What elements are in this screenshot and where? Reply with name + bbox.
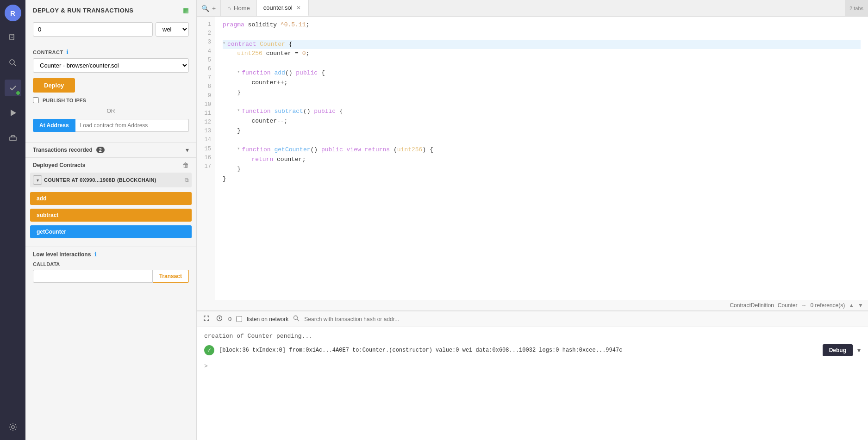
grid-icon: ▦ [183, 6, 189, 14]
plugin-icon[interactable] [5, 130, 21, 146]
contract-select[interactable]: Counter - browser/counter.sol [33, 58, 189, 73]
main-content: 🔍 + ⌂ Home counter.sol ✕ 2 tabs 1 2 3 4 … [197, 0, 868, 440]
left-panel: DEPLOY & RUN TRANSACTIONS ▦ wei gwei eth… [25, 0, 197, 440]
get-counter-function-button[interactable]: getCounter [30, 225, 192, 238]
value-input[interactable] [33, 22, 153, 37]
clock-icon-button[interactable] [215, 314, 224, 324]
code-area[interactable]: pragma solidity ^0.5.11; ▾contract Count… [215, 17, 868, 300]
at-address-button[interactable]: At Address [33, 119, 75, 132]
counter-name-label: Counter [778, 302, 798, 309]
bottom-panel: 0 listen on network creation of Counter … [197, 310, 868, 440]
publish-ipfs-checkbox[interactable] [33, 97, 39, 103]
svg-line-4 [14, 64, 16, 66]
arrow-right-icon: → [801, 302, 807, 309]
low-level-section: Low level interactions ℹ CALLDATA Transa… [25, 247, 196, 285]
svg-point-7 [12, 426, 14, 428]
low-level-title: Low level interactions [33, 251, 91, 258]
code-line-11: counter--; [223, 117, 861, 126]
tab-search: 🔍 + [197, 0, 221, 16]
listen-network-checkbox[interactable] [236, 316, 242, 322]
contract-instance-header: ▾ COUNTER AT 0X990...1908D (BLOCKCHAIN) … [30, 173, 192, 187]
contract-label: CONTRACT [33, 50, 63, 55]
tx-count-badge: 2 [96, 147, 105, 153]
code-line-5 [223, 59, 861, 68]
low-level-info-icon[interactable]: ℹ [94, 251, 97, 258]
chevron-down-icon[interactable]: ▼ [858, 302, 863, 309]
compile-badge [16, 91, 20, 95]
code-line-15: return counter; [223, 155, 861, 165]
code-line-3: ▾contract Counter { [223, 40, 861, 50]
deploy-icon[interactable] [5, 105, 21, 121]
low-level-header: Low level interactions ℹ [33, 251, 189, 258]
copy-icon[interactable]: ⧉ [185, 177, 189, 183]
code-line-12: } [223, 126, 861, 136]
tab-counter-label: counter.sol [263, 4, 293, 11]
at-address-input[interactable] [75, 119, 189, 132]
or-divider: OR [33, 108, 189, 114]
search-sidebar-icon[interactable] [5, 55, 21, 71]
transact-button[interactable]: Transact [153, 270, 189, 283]
tx-text: [block:36 txIndex:0] from:0x1Ac...4A0E7 … [219, 347, 818, 353]
pending-message: creation of Counter pending... [204, 333, 861, 340]
tab-counter-sol[interactable]: counter.sol ✕ [257, 0, 309, 16]
debug-button[interactable]: Debug [823, 344, 853, 356]
deployed-contracts-title: Deployed Contracts [33, 162, 85, 168]
svg-rect-6 [10, 137, 16, 141]
contract-info-icon[interactable]: ℹ [66, 49, 69, 56]
bottom-toolbar: 0 listen on network [197, 311, 868, 327]
contract-def-label: ContractDefinition [730, 302, 774, 309]
tab-bar: 🔍 + ⌂ Home counter.sol ✕ 2 tabs [197, 0, 868, 17]
unit-select[interactable]: wei gwei ether [156, 22, 189, 37]
svg-point-9 [294, 316, 298, 320]
deploy-button[interactable]: Deploy [33, 78, 75, 93]
calldata-input[interactable] [33, 270, 153, 283]
contract-collapse-button[interactable]: ▾ [33, 175, 42, 185]
fold-arrow-6[interactable]: ▾ [237, 68, 240, 76]
fold-arrow-3[interactable]: ▾ [223, 40, 225, 47]
tabs-count: 2 tabs [845, 0, 868, 16]
panel-title: DEPLOY & RUN TRANSACTIONS [33, 7, 133, 14]
deployed-contracts-header: Deployed Contracts 🗑 [25, 157, 196, 173]
zoom-in-icon[interactable]: + [212, 5, 216, 12]
expand-icon-button[interactable] [202, 314, 211, 324]
tab-home-label: Home [234, 5, 250, 12]
compile-icon[interactable] [5, 80, 21, 96]
fold-arrow-14[interactable]: ▾ [237, 145, 240, 153]
contract-select-row: Counter - browser/counter.sol [33, 58, 189, 73]
at-address-row: At Address [33, 119, 189, 132]
bottom-content: creation of Counter pending... ✓ [block:… [197, 327, 868, 440]
value-section: wei gwei ether [25, 19, 196, 45]
contract-instance-label: COUNTER AT 0X990...1908D (BLOCKCHAIN) [44, 177, 183, 183]
code-line-7: counter++; [223, 78, 861, 88]
sidebar: R [0, 0, 25, 440]
tab-close-icon[interactable]: ✕ [295, 5, 302, 11]
add-function-button[interactable]: add [30, 192, 192, 205]
settings-sidebar-icon[interactable] [5, 419, 21, 435]
calldata-row: Transact [33, 270, 189, 283]
trash-icon[interactable]: 🗑 [182, 161, 189, 169]
code-line-10: ▾function subtract() public { [223, 107, 861, 117]
chevron-up-icon[interactable]: ▲ [849, 302, 854, 309]
value-unit-row: wei gwei ether [33, 22, 189, 37]
bottom-search-icon-button[interactable] [293, 315, 300, 323]
home-icon: ⌂ [227, 5, 231, 12]
subtract-function-button[interactable]: subtract [30, 209, 192, 222]
contract-section: CONTRACT ℹ Counter - browser/counter.sol… [25, 45, 196, 142]
calldata-label: CALLDATA [33, 261, 189, 267]
code-line-16: } [223, 165, 861, 174]
editor-area: 1 2 3 4 5 6 7 8 9 10 11 12 13 14 15 16 1… [197, 17, 868, 300]
code-line-13 [223, 136, 861, 146]
tx-expand-button[interactable]: ▾ [857, 347, 861, 354]
fold-arrow-10[interactable]: ▾ [237, 107, 240, 114]
zoom-out-icon[interactable]: 🔍 [201, 5, 209, 12]
files-icon[interactable] [5, 30, 21, 46]
code-line-2 [223, 30, 861, 40]
svg-point-3 [10, 60, 14, 64]
logo-icon: R [5, 5, 21, 21]
svg-marker-5 [11, 110, 16, 116]
contract-instance: ▾ COUNTER AT 0X990...1908D (BLOCKCHAIN) … [25, 173, 196, 247]
bottom-search-input[interactable] [304, 316, 862, 322]
transactions-recorded-header[interactable]: Transactions recorded 2 ▾ [25, 142, 196, 157]
tab-home[interactable]: ⌂ Home [221, 0, 257, 16]
code-line-14: ▾function getCounter() public view retur… [223, 145, 861, 155]
